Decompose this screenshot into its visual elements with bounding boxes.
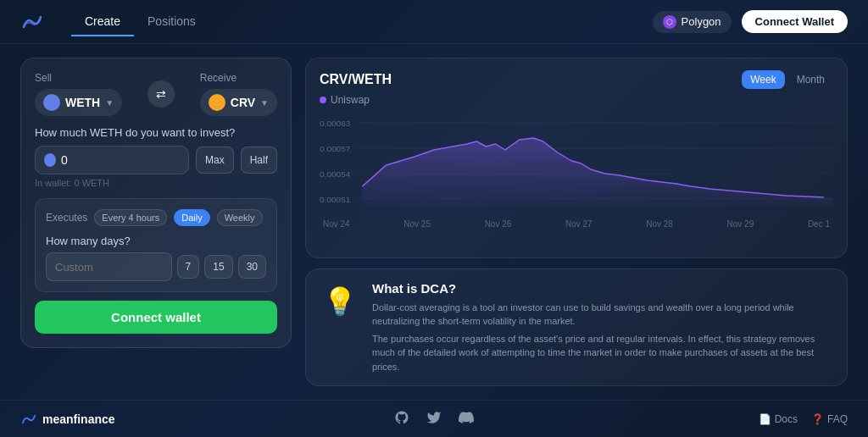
footer-logo: meanfinance — [20, 411, 115, 428]
footer-links: 📄 Docs ❓ FAQ — [759, 413, 848, 425]
dca-text-2: The purchases occur regardless of the as… — [372, 332, 833, 374]
receive-chevron-icon: ▼ — [260, 98, 269, 108]
chart-title: CRV/WETH — [320, 72, 392, 87]
chart-period-btns: Week Month — [742, 70, 833, 89]
dca-title: What is DCA? — [372, 281, 833, 296]
connect-wallet-main-btn[interactable]: Connect wallet — [35, 301, 277, 334]
invest-input[interactable] — [61, 153, 180, 167]
connect-wallet-header-btn[interactable]: Connect Wallet — [742, 10, 848, 33]
right-panel: CRV/WETH Week Month Uniswap 0.00 — [305, 58, 848, 386]
docs-icon: 📄 — [759, 413, 771, 425]
freq-4h-btn[interactable]: Every 4 hours — [94, 209, 167, 226]
logo — [20, 10, 44, 34]
executes-label: Executes — [46, 212, 87, 224]
period-week-btn[interactable]: Week — [742, 70, 784, 89]
sell-token-name: WETH — [65, 96, 100, 109]
polygon-icon: ⬡ — [663, 15, 676, 29]
faq-label: FAQ — [827, 413, 848, 425]
receive-token-name: CRV — [231, 96, 255, 109]
docs-label: Docs — [775, 413, 798, 425]
period-month-btn[interactable]: Month — [788, 70, 833, 89]
crv-icon — [209, 94, 225, 111]
footer: meanfinance 📄 Docs ❓ FAQ — [0, 400, 868, 437]
x-label-nov26: Nov 26 — [485, 219, 512, 229]
polygon-badge[interactable]: ⬡ Polygon — [653, 11, 732, 33]
invest-input-row: Max Half — [35, 146, 277, 174]
chart-card: CRV/WETH Week Month Uniswap 0.00 — [305, 58, 848, 258]
chart-source: Uniswap — [331, 94, 370, 106]
x-label-nov25: Nov 25 — [403, 219, 431, 229]
invest-input-wrapper — [35, 146, 189, 174]
swap-button[interactable]: ⇄ — [147, 80, 175, 108]
chart-subtitle: Uniswap — [320, 94, 833, 106]
days-input-row: 7 15 30 — [46, 252, 266, 281]
sell-chevron-icon: ▼ — [105, 98, 114, 108]
dca-info-card: 💡 What is DCA? Dollar-cost averaging is … — [305, 268, 848, 387]
svg-text:0.00051: 0.00051 — [320, 196, 350, 204]
days-30-btn[interactable]: 30 — [238, 255, 266, 279]
freq-daily-btn[interactable]: Daily — [174, 209, 209, 226]
chart-header: CRV/WETH Week Month — [320, 70, 833, 89]
dca-content: What is DCA? Dollar-cost averaging is a … — [372, 281, 833, 374]
freq-weekly-btn[interactable]: Weekly — [217, 209, 263, 226]
chart-area: 0.00063 0.00057 0.00054 0.00051 — [320, 114, 833, 216]
executes-row: Executes Every 4 hours Daily Weekly — [46, 209, 266, 226]
days-15-btn[interactable]: 15 — [204, 255, 232, 279]
discord-icon[interactable] — [459, 410, 474, 429]
polygon-label: Polygon — [682, 15, 721, 28]
nav-tabs: Create Positions — [71, 8, 209, 36]
wallet-info: In wallet: 0 WETH — [35, 178, 277, 188]
receive-col: Receive CRV ▼ — [200, 72, 277, 116]
x-label-nov27: Nov 27 — [565, 219, 593, 229]
sell-col: Sell WETH ▼ — [35, 72, 122, 116]
max-button[interactable]: Max — [196, 147, 234, 174]
faq-link[interactable]: ❓ FAQ — [811, 413, 848, 425]
nav-positions[interactable]: Positions — [134, 8, 209, 36]
dca-text-1: Dollar-cost averaging is a tool an inves… — [372, 301, 833, 329]
trade-card: Sell WETH ▼ ⇄ Receive CRV ▼ — [20, 58, 292, 348]
header-right: ⬡ Polygon Connect Wallet — [653, 10, 848, 33]
invest-section: How much WETH do you want to invest? Max… — [35, 126, 277, 188]
days-label: How many days? — [46, 235, 266, 247]
svg-text:0.00057: 0.00057 — [320, 145, 350, 153]
left-panel: Sell WETH ▼ ⇄ Receive CRV ▼ — [20, 58, 292, 386]
days-7-btn[interactable]: 7 — [177, 255, 200, 279]
x-label-dec1: Dec 1 — [808, 219, 830, 229]
twitter-icon[interactable] — [426, 410, 442, 429]
main-content: Sell WETH ▼ ⇄ Receive CRV ▼ — [0, 44, 868, 400]
docs-link[interactable]: 📄 Docs — [759, 413, 798, 425]
invest-eth-icon — [44, 153, 56, 167]
x-label-nov24: Nov 24 — [323, 219, 350, 229]
github-icon[interactable] — [394, 410, 409, 429]
sell-label: Sell — [35, 72, 122, 84]
receive-token-selector[interactable]: CRV ▼ — [200, 89, 277, 116]
days-input-wrapper — [46, 252, 172, 281]
footer-logo-text: meanfinance — [42, 412, 115, 426]
nav-create[interactable]: Create — [71, 8, 134, 36]
receive-label: Receive — [200, 72, 277, 84]
svg-text:0.00054: 0.00054 — [320, 170, 351, 179]
days-input[interactable] — [55, 261, 163, 274]
sell-token-selector[interactable]: WETH ▼ — [35, 89, 122, 116]
invest-label: How much WETH do you want to invest? — [35, 126, 277, 139]
uniswap-dot — [320, 97, 326, 103]
sell-receive-row: Sell WETH ▼ ⇄ Receive CRV ▼ — [35, 72, 277, 116]
executes-card: Executes Every 4 hours Daily Weekly How … — [35, 198, 277, 292]
faq-icon: ❓ — [811, 413, 824, 425]
eth-icon — [43, 94, 60, 111]
half-button[interactable]: Half — [241, 147, 277, 174]
bulb-icon: 💡 — [320, 281, 360, 322]
svg-text:0.00063: 0.00063 — [320, 119, 350, 128]
header: Create Positions ⬡ Polygon Connect Walle… — [0, 0, 868, 44]
x-label-nov29: Nov 29 — [727, 219, 754, 229]
footer-icons — [394, 410, 474, 429]
x-label-nov28: Nov 28 — [646, 219, 673, 229]
x-axis-labels: Nov 24 Nov 25 Nov 26 Nov 27 Nov 28 Nov 2… — [320, 219, 833, 229]
